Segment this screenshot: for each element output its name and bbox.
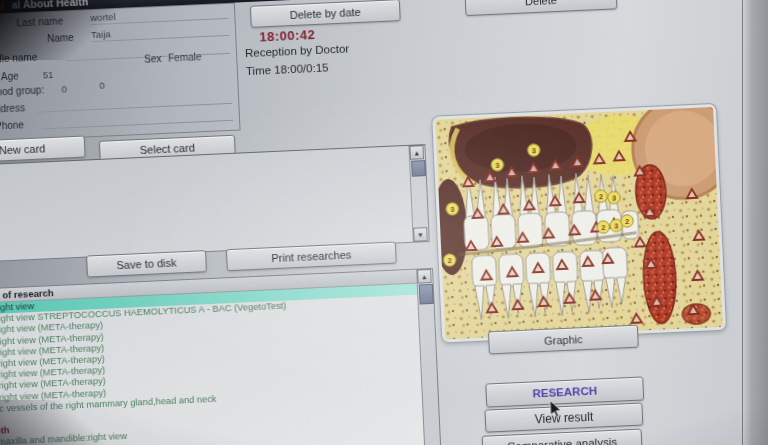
save-to-disk-button[interactable]: Save to disk — [86, 250, 207, 277]
select-card-label: Select card — [140, 142, 196, 156]
age-label: Age — [1, 70, 19, 82]
view-result-button[interactable]: View result — [484, 403, 643, 433]
teeth-xray-graphic: 3 3 3 2 2 3 2 3 2 — [432, 104, 726, 343]
name-value: Taija — [91, 28, 111, 40]
app-window: al About Health Last name wortel Name Ta… — [0, 0, 768, 445]
name-label: Name — [47, 32, 74, 44]
svg-text:2: 2 — [625, 217, 630, 226]
svg-text:2: 2 — [447, 256, 452, 265]
svg-text:3: 3 — [614, 221, 619, 230]
research-list: Name of research eeth:right vieweeth:rig… — [0, 268, 441, 445]
phone-label: Phone — [0, 119, 24, 131]
card-list-scrollbar[interactable]: ▲ ▼ — [408, 145, 428, 242]
age-value: 51 — [43, 69, 54, 80]
reception-text: Reception by Doctor — [245, 42, 350, 59]
blood-group-label: Blood group: — [0, 84, 44, 98]
session-clock: 18:00:42 — [259, 27, 316, 45]
address-label: Address — [0, 102, 25, 115]
research-rows: eeth:right vieweeth:right view STREPTOCO… — [0, 283, 440, 445]
graphic-label: Graphic — [544, 333, 583, 347]
blood-group-value-2: 0 — [99, 80, 105, 91]
last-name-field[interactable]: wortel — [90, 6, 228, 25]
svg-text:3: 3 — [450, 204, 455, 213]
name-field[interactable]: Taija — [91, 23, 229, 42]
save-to-disk-label: Save to disk — [116, 257, 176, 272]
delete-by-date-button[interactable]: Delete by date — [250, 0, 401, 28]
new-card-label: New card — [0, 142, 46, 156]
mouse-cursor — [549, 400, 564, 418]
print-researches-label: Print researches — [271, 249, 352, 265]
svg-text:2: 2 — [599, 192, 604, 201]
card-scroll-thumb[interactable] — [411, 160, 426, 177]
view-result-label: View result — [534, 409, 593, 426]
sex-label: Sex — [144, 53, 162, 65]
delete-button[interactable]: Delete — [465, 0, 618, 16]
screen-photo: al About Health Last name wortel Name Ta… — [0, 0, 768, 445]
research-label: RESEARCH — [532, 385, 597, 400]
middle-name-label: Middle name — [0, 52, 38, 66]
patient-form-panel: Last name wortel Name Taija Middle name … — [0, 3, 241, 143]
last-name-value: wortel — [90, 11, 116, 23]
sex-value: Female — [168, 51, 202, 64]
research-scroll-thumb[interactable] — [419, 284, 434, 305]
scroll-down-icon[interactable]: ▼ — [413, 227, 428, 242]
delete-label: Delete — [525, 0, 557, 7]
svg-text:3: 3 — [612, 193, 617, 202]
svg-text:3: 3 — [495, 160, 500, 169]
scroll-up-icon[interactable]: ▲ — [409, 145, 424, 160]
time-info-text: Time 18:00/0:15 — [246, 61, 329, 77]
blood-group-value: 0 — [61, 83, 67, 94]
svg-text:2: 2 — [601, 223, 606, 232]
app-icon — [0, 0, 6, 11]
last-name-label: Last name — [16, 15, 63, 28]
comparative-analysis-label: Comparative analysis — [507, 436, 617, 445]
scroll-up-icon[interactable]: ▲ — [417, 269, 432, 284]
svg-text:3: 3 — [531, 146, 536, 155]
dental-cross-section-image: 3 3 3 2 2 3 2 3 2 — [435, 107, 723, 339]
delete-by-date-label: Delete by date — [290, 6, 361, 21]
